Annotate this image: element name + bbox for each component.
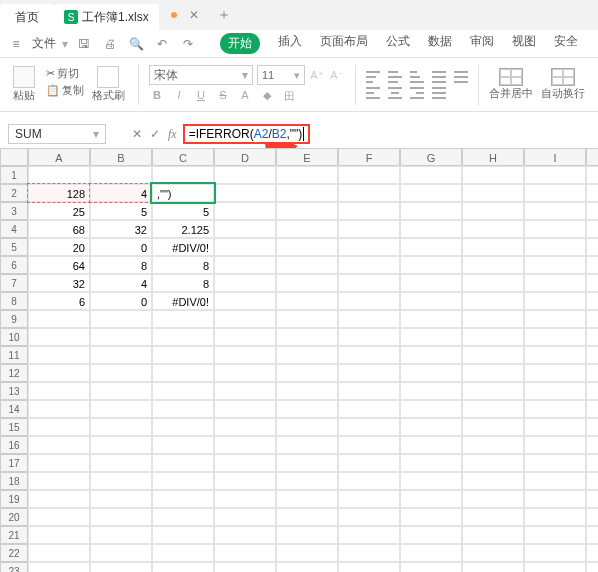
cell-J17[interactable]: [586, 454, 598, 472]
cell-G18[interactable]: [400, 472, 462, 490]
cell-J14[interactable]: [586, 400, 598, 418]
cell-B8[interactable]: 0: [90, 292, 152, 310]
cell-H14[interactable]: [462, 400, 524, 418]
cell-J1[interactable]: [586, 166, 598, 184]
row-header[interactable]: 1: [0, 166, 28, 184]
cell-I5[interactable]: [524, 238, 586, 256]
cell-H8[interactable]: [462, 292, 524, 310]
cell-D19[interactable]: [214, 490, 276, 508]
cell-F8[interactable]: [338, 292, 400, 310]
cell-E3[interactable]: [276, 202, 338, 220]
row-header[interactable]: 5: [0, 238, 28, 256]
cell-A22[interactable]: [28, 544, 90, 562]
cell-H21[interactable]: [462, 526, 524, 544]
cell-D20[interactable]: [214, 508, 276, 526]
cell-A18[interactable]: [28, 472, 90, 490]
cell-G2[interactable]: [400, 184, 462, 202]
cell-F21[interactable]: [338, 526, 400, 544]
cell-B19[interactable]: [90, 490, 152, 508]
cell-I20[interactable]: [524, 508, 586, 526]
cell-J23[interactable]: [586, 562, 598, 572]
cell-D2[interactable]: [214, 184, 276, 202]
cell-H23[interactable]: [462, 562, 524, 572]
cell-F23[interactable]: [338, 562, 400, 572]
cell-F18[interactable]: [338, 472, 400, 490]
cell-J13[interactable]: [586, 382, 598, 400]
cell-C15[interactable]: [152, 418, 214, 436]
italic-button[interactable]: I: [171, 89, 187, 104]
cell-G15[interactable]: [400, 418, 462, 436]
tab-review[interactable]: 审阅: [470, 33, 494, 54]
column-header-J[interactable]: J: [586, 148, 598, 166]
row-header[interactable]: 7: [0, 274, 28, 292]
cell-C3[interactable]: 5: [152, 202, 214, 220]
cell-J22[interactable]: [586, 544, 598, 562]
cell-F6[interactable]: [338, 256, 400, 274]
cell-H6[interactable]: [462, 256, 524, 274]
cell-E8[interactable]: [276, 292, 338, 310]
cell-C18[interactable]: [152, 472, 214, 490]
cell-I19[interactable]: [524, 490, 586, 508]
bold-button[interactable]: B: [149, 89, 165, 104]
cell-C13[interactable]: [152, 382, 214, 400]
cell-G9[interactable]: [400, 310, 462, 328]
cell-I6[interactable]: [524, 256, 586, 274]
app-menu-icon[interactable]: ≡: [6, 34, 26, 54]
column-header-F[interactable]: F: [338, 148, 400, 166]
cell-A16[interactable]: [28, 436, 90, 454]
cell-B14[interactable]: [90, 400, 152, 418]
cell-B20[interactable]: [90, 508, 152, 526]
tab-data[interactable]: 数据: [428, 33, 452, 54]
font-name-select[interactable]: 宋体▾: [149, 65, 253, 85]
cell-I11[interactable]: [524, 346, 586, 364]
cell-A11[interactable]: [28, 346, 90, 364]
cell-A2[interactable]: 128: [28, 184, 90, 202]
cell-B22[interactable]: [90, 544, 152, 562]
cell-E7[interactable]: [276, 274, 338, 292]
select-all-corner[interactable]: [0, 148, 28, 166]
strikethrough-button[interactable]: S: [215, 89, 231, 104]
row-header[interactable]: 4: [0, 220, 28, 238]
tab-insert[interactable]: 插入: [278, 33, 302, 54]
cell-A4[interactable]: 68: [28, 220, 90, 238]
cell-D21[interactable]: [214, 526, 276, 544]
cell-I13[interactable]: [524, 382, 586, 400]
cell-I1[interactable]: [524, 166, 586, 184]
merge-center-button[interactable]: 合并居中: [489, 68, 533, 101]
cell-H18[interactable]: [462, 472, 524, 490]
align-bottom-icon[interactable]: [410, 71, 424, 83]
cell-F11[interactable]: [338, 346, 400, 364]
cell-D15[interactable]: [214, 418, 276, 436]
cell-B16[interactable]: [90, 436, 152, 454]
cell-F14[interactable]: [338, 400, 400, 418]
column-header-B[interactable]: B: [90, 148, 152, 166]
cell-A5[interactable]: 20: [28, 238, 90, 256]
cell-G20[interactable]: [400, 508, 462, 526]
cell-H9[interactable]: [462, 310, 524, 328]
cell-F17[interactable]: [338, 454, 400, 472]
cell-J4[interactable]: [586, 220, 598, 238]
cell-C9[interactable]: [152, 310, 214, 328]
cell-E20[interactable]: [276, 508, 338, 526]
cell-E4[interactable]: [276, 220, 338, 238]
copy-button[interactable]: 📋复制: [46, 83, 84, 98]
cell-C2[interactable]: ,""): [152, 184, 214, 202]
cell-D14[interactable]: [214, 400, 276, 418]
cell-B13[interactable]: [90, 382, 152, 400]
cell-J9[interactable]: [586, 310, 598, 328]
cell-J16[interactable]: [586, 436, 598, 454]
new-tab-button[interactable]: ＋: [217, 6, 231, 24]
cell-C7[interactable]: 8: [152, 274, 214, 292]
cell-B18[interactable]: [90, 472, 152, 490]
column-header-D[interactable]: D: [214, 148, 276, 166]
font-size-select[interactable]: 11▾: [257, 65, 305, 85]
cell-I8[interactable]: [524, 292, 586, 310]
fx-icon[interactable]: fx: [168, 127, 177, 142]
cell-B11[interactable]: [90, 346, 152, 364]
cell-F16[interactable]: [338, 436, 400, 454]
cell-F9[interactable]: [338, 310, 400, 328]
cell-J20[interactable]: [586, 508, 598, 526]
cell-J8[interactable]: [586, 292, 598, 310]
cell-J21[interactable]: [586, 526, 598, 544]
cell-C17[interactable]: [152, 454, 214, 472]
